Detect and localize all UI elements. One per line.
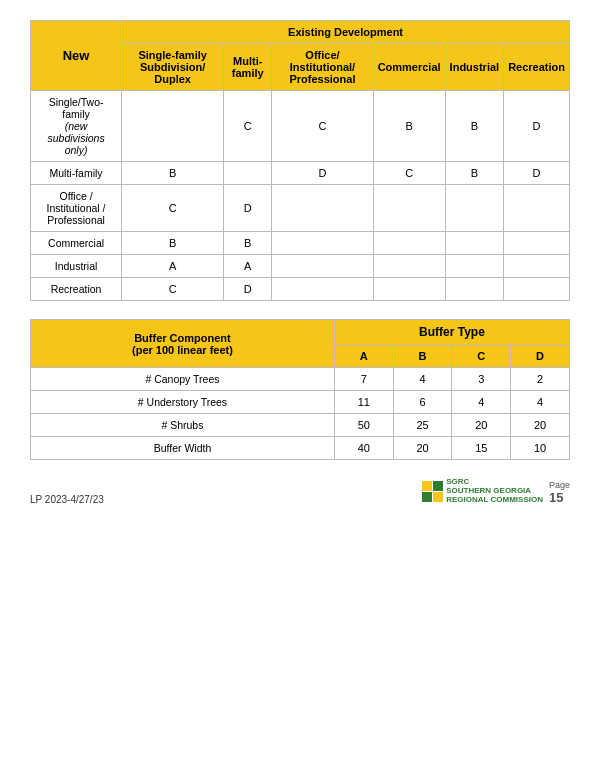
table2-cell-3-2: 15 bbox=[452, 437, 511, 460]
table2-cell-2-0: 50 bbox=[334, 414, 393, 437]
page-prefix: Page bbox=[549, 480, 570, 490]
page-number: Page 15 bbox=[549, 478, 570, 505]
col-industrial: Industrial bbox=[445, 44, 504, 91]
bt-col-c: C bbox=[452, 345, 511, 368]
sq1 bbox=[422, 481, 432, 491]
table1-cell-5-5 bbox=[504, 278, 570, 301]
footer-date: LP 2023-4/27/23 bbox=[30, 494, 104, 505]
table1-cell-3-1: B bbox=[224, 232, 272, 255]
table2-cell-1-0: 11 bbox=[334, 391, 393, 414]
table1-cell-1-4: B bbox=[445, 162, 504, 185]
table1-row-label-3: Commercial bbox=[31, 232, 122, 255]
table2-cell-0-3: 2 bbox=[511, 368, 570, 391]
footer-right: SGRCSOUTHERN GEORGIAREGIONAL COMMISSION … bbox=[422, 478, 570, 505]
table1-row-label-5: Recreation bbox=[31, 278, 122, 301]
table1-cell-5-2 bbox=[272, 278, 373, 301]
table1-cell-2-4 bbox=[445, 185, 504, 232]
buffer-component-header: Buffer Component(per 100 linear feet) bbox=[31, 320, 335, 368]
new-header: New bbox=[31, 21, 122, 91]
table1-row-label-0: Single/Two-family(new subdivisions only) bbox=[31, 91, 122, 162]
table1-row-label-1: Multi-family bbox=[31, 162, 122, 185]
col-commercial: Commercial bbox=[373, 44, 445, 91]
table2-row-label-3: Buffer Width bbox=[31, 437, 335, 460]
table2-cell-1-2: 4 bbox=[452, 391, 511, 414]
table1-cell-3-5 bbox=[504, 232, 570, 255]
table2-cell-0-0: 7 bbox=[334, 368, 393, 391]
table1-cell-0-4: B bbox=[445, 91, 504, 162]
col-single-family: Single-family Subdivision/ Duplex bbox=[122, 44, 224, 91]
bt-col-b: B bbox=[393, 345, 452, 368]
table1-cell-2-0: C bbox=[122, 185, 224, 232]
table1-cell-1-3: C bbox=[373, 162, 445, 185]
table2-row-label-0: # Canopy Trees bbox=[31, 368, 335, 391]
table1-cell-0-2: C bbox=[272, 91, 373, 162]
table1-cell-4-0: A bbox=[122, 255, 224, 278]
table2-cell-0-1: 4 bbox=[393, 368, 452, 391]
table2-cell-2-3: 20 bbox=[511, 414, 570, 437]
table1-cell-0-1: C bbox=[224, 91, 272, 162]
col-office: Office/ Institutional/ Professional bbox=[272, 44, 373, 91]
table1-cell-4-4 bbox=[445, 255, 504, 278]
table1-cell-4-1: A bbox=[224, 255, 272, 278]
sgrc-logo: SGRCSOUTHERN GEORGIAREGIONAL COMMISSION bbox=[422, 478, 543, 504]
buffer-type-table: New Existing Development Single-family S… bbox=[30, 20, 570, 301]
table2-cell-2-1: 25 bbox=[393, 414, 452, 437]
table1-cell-2-1: D bbox=[224, 185, 272, 232]
table1-cell-2-3 bbox=[373, 185, 445, 232]
table1-cell-5-4 bbox=[445, 278, 504, 301]
table1-cell-1-0: B bbox=[122, 162, 224, 185]
table1-row-label-4: Industrial bbox=[31, 255, 122, 278]
bt-col-a: A bbox=[334, 345, 393, 368]
table1-cell-3-4 bbox=[445, 232, 504, 255]
sq2 bbox=[433, 481, 443, 491]
sgrc-text: SGRCSOUTHERN GEORGIAREGIONAL COMMISSION bbox=[446, 478, 543, 504]
table1-cell-5-3 bbox=[373, 278, 445, 301]
table2-row-label-2: # Shrubs bbox=[31, 414, 335, 437]
table1-cell-3-2 bbox=[272, 232, 373, 255]
existing-dev-header: Existing Development bbox=[122, 21, 570, 44]
page-num: 15 bbox=[549, 490, 563, 505]
footer: LP 2023-4/27/23 SGRCSOUTHERN GEORGIAREGI… bbox=[30, 478, 570, 505]
bt-col-d: D bbox=[511, 345, 570, 368]
table2-cell-2-2: 20 bbox=[452, 414, 511, 437]
table1-cell-0-5: D bbox=[504, 91, 570, 162]
table2-cell-1-1: 6 bbox=[393, 391, 452, 414]
table1-cell-0-3: B bbox=[373, 91, 445, 162]
table2-row-label-1: # Understory Trees bbox=[31, 391, 335, 414]
buffer-component-table: Buffer Component(per 100 linear feet) Bu… bbox=[30, 319, 570, 460]
table1-cell-3-3 bbox=[373, 232, 445, 255]
table1-cell-4-5 bbox=[504, 255, 570, 278]
col-multi-family: Multi-family bbox=[224, 44, 272, 91]
sq4 bbox=[433, 492, 443, 502]
table1-cell-2-5 bbox=[504, 185, 570, 232]
table2-cell-1-3: 4 bbox=[511, 391, 570, 414]
sgrc-squares bbox=[422, 481, 443, 502]
table2-cell-0-2: 3 bbox=[452, 368, 511, 391]
table1-cell-4-2 bbox=[272, 255, 373, 278]
table1-cell-3-0: B bbox=[122, 232, 224, 255]
table1-cell-1-1 bbox=[224, 162, 272, 185]
table1-cell-5-1: D bbox=[224, 278, 272, 301]
table1-cell-1-2: D bbox=[272, 162, 373, 185]
table2-cell-3-1: 20 bbox=[393, 437, 452, 460]
table1-cell-1-5: D bbox=[504, 162, 570, 185]
table1-cell-4-3 bbox=[373, 255, 445, 278]
col-recreation: Recreation bbox=[504, 44, 570, 91]
table1-cell-2-2 bbox=[272, 185, 373, 232]
table1-row-label-2: Office / Institutional / Professional bbox=[31, 185, 122, 232]
sq3 bbox=[422, 492, 432, 502]
table1-cell-0-0 bbox=[122, 91, 224, 162]
buffer-type-header: Buffer Type bbox=[334, 320, 569, 345]
table2-cell-3-0: 40 bbox=[334, 437, 393, 460]
table1-cell-5-0: C bbox=[122, 278, 224, 301]
table2-cell-3-3: 10 bbox=[511, 437, 570, 460]
